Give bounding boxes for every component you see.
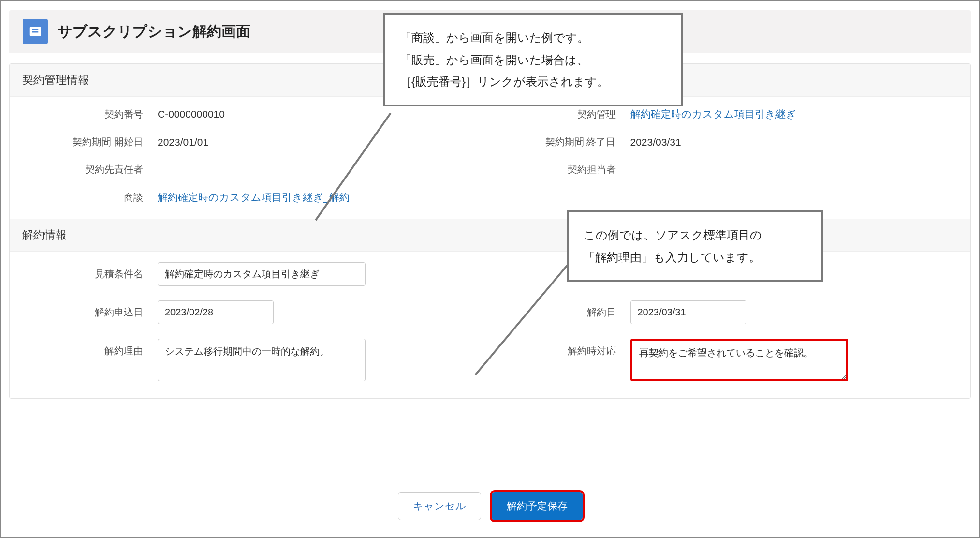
label-contract-no: 契約番号 xyxy=(22,108,148,121)
section-body-cancel-info: 見積条件名 有効 ✓ 解約申込日 解約日 解約理由 xyxy=(10,252,970,398)
label-contract-owner: 契約先責任者 xyxy=(22,163,148,176)
callout-2-line-1: この例では、ソアスク標準項目の xyxy=(584,224,807,246)
label-contract-staff: 契約担当者 xyxy=(495,163,621,176)
value-period-end: 2023/03/31 xyxy=(630,136,958,148)
callout-cancel-reason-note: この例では、ソアスク標準項目の 「解約理由」も入力しています。 xyxy=(567,210,823,282)
callout-1-line-2: 「販売」から画面を開いた場合は、 xyxy=(400,49,667,71)
main-panel: 契約管理情報 契約番号 C-0000000010 契約管理 解約確定時のカスタム… xyxy=(9,63,971,399)
value-opportunity: 解約確定時のカスタム項目引き継ぎ_解約 xyxy=(158,191,958,204)
link-contract-mgmt[interactable]: 解約確定時のカスタム項目引き継ぎ xyxy=(630,108,796,120)
label-cancel-action: 解約時対応 xyxy=(495,339,621,358)
callout-opportunity-note: 「商談」から画面を開いた例です。 「販売」から画面を開いた場合は、 ［{販売番号… xyxy=(383,13,683,106)
value-period-start: 2023/01/01 xyxy=(158,136,485,148)
subscription-cancel-icon xyxy=(23,19,48,44)
input-cancel-reason[interactable] xyxy=(158,339,366,381)
label-contract-mgmt: 契約管理 xyxy=(495,108,621,121)
app-frame: サブスクリプション解約画面 契約管理情報 契約番号 C-0000000010 契… xyxy=(0,0,980,538)
cancel-button[interactable]: キャンセル xyxy=(398,492,481,520)
callout-1-line-3: ［{販売番号}］リンクが表示されます。 xyxy=(400,71,667,93)
label-cancel-reason: 解約理由 xyxy=(22,339,148,358)
value-contract-no: C-0000000010 xyxy=(158,108,485,120)
input-quote-name[interactable] xyxy=(158,262,366,286)
label-period-end: 契約期間 終了日 xyxy=(495,135,621,149)
callout-2-line-2: 「解約理由」も入力しています。 xyxy=(584,246,807,269)
label-opportunity: 商談 xyxy=(22,191,148,204)
input-apply-date[interactable] xyxy=(158,300,274,324)
label-apply-date: 解約申込日 xyxy=(22,306,148,319)
label-cancel-date: 解約日 xyxy=(495,306,621,319)
callout-1-line-1: 「商談」から画面を開いた例です。 xyxy=(400,27,667,49)
section-heading-cancel-info: 解約情報 xyxy=(10,219,970,252)
page-title: サブスクリプション解約画面 xyxy=(58,22,250,42)
label-period-start: 契約期間 開始日 xyxy=(22,135,148,149)
footer: キャンセル 解約予定保存 xyxy=(1,478,979,537)
section-body-contract-info: 契約番号 C-0000000010 契約管理 解約確定時のカスタム項目引き継ぎ … xyxy=(10,97,970,219)
input-cancel-date[interactable] xyxy=(630,300,746,324)
save-button[interactable]: 解約予定保存 xyxy=(492,492,583,520)
value-contract-mgmt: 解約確定時のカスタム項目引き継ぎ xyxy=(630,107,958,121)
label-quote-name: 見積条件名 xyxy=(22,268,148,281)
link-opportunity[interactable]: 解約確定時のカスタム項目引き継ぎ_解約 xyxy=(158,192,350,203)
input-cancel-action[interactable] xyxy=(630,339,848,381)
